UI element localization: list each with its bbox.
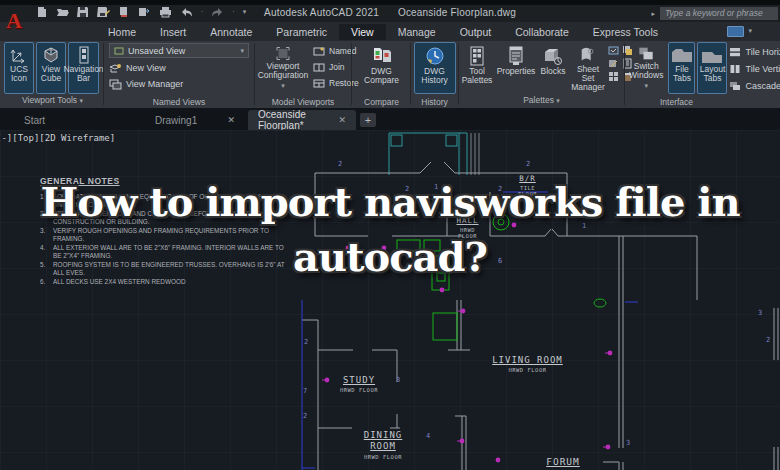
tab-manage[interactable]: Manage <box>386 24 448 40</box>
wall-number: 2 <box>526 160 530 168</box>
new-view-icon <box>109 63 122 74</box>
sheet-set-manager-label: Sheet Set Manager <box>571 65 605 92</box>
tab-collaborate[interactable]: Collaborate <box>503 24 581 40</box>
file-tabs-icon <box>671 46 693 64</box>
search-caret-icon[interactable]: ▸ <box>651 8 655 20</box>
dwg-compare-icon <box>371 46 393 66</box>
panel-label-named-views[interactable]: Named Views <box>106 97 252 107</box>
ribbon-display-options[interactable]: ▾ <box>727 25 752 37</box>
ribbon-state-icon <box>727 26 744 37</box>
wall-number: 3 <box>396 376 400 384</box>
ribbon-tab-bar: Home Insert Annotate Parametric View Man… <box>0 22 780 41</box>
view-manager-icon <box>109 79 122 90</box>
panel-model-viewports: Viewport Configuration ▾ Named Join Rest… <box>256 41 350 108</box>
file-tabs-button[interactable]: File Tabs <box>668 42 695 94</box>
file-tabs-label: File Tabs <box>671 65 692 83</box>
view-dropdown-caret-icon: ▾ <box>240 45 244 57</box>
tile-horizontally-icon <box>729 47 741 57</box>
new-view-label: New View <box>126 63 166 73</box>
new-tab-button[interactable]: + <box>360 113 376 127</box>
tool-palettes-button[interactable]: Tool Palettes <box>460 42 494 94</box>
app-title: Autodesk AutoCAD 2021 <box>264 7 379 18</box>
panel-label-viewport-tools[interactable]: Viewport Tools ▾ <box>4 95 101 107</box>
autocad-window: A · · ▾ Autodesk AutoCAD 2021 Oceanside … <box>0 0 780 470</box>
view-manager-button[interactable]: View Manager <box>109 77 249 91</box>
view-dropdown[interactable]: Unsaved View ▾ <box>109 43 249 58</box>
panel-label-history[interactable]: History <box>412 97 457 107</box>
panel-history: DWG History History <box>412 41 457 108</box>
new-view-button[interactable]: New View <box>109 61 249 75</box>
palette-small-icon[interactable] <box>608 71 619 82</box>
switch-windows-label: Switch Windows ▾ <box>629 62 663 92</box>
layout-tabs-icon <box>701 46 723 64</box>
cascade-icon <box>729 81 741 91</box>
panel-viewport-tools: UCS Icon View Cube Navigation Bar Viewpo… <box>4 41 101 108</box>
tile-horizontally-button[interactable]: Tile Horizontally <box>729 45 780 59</box>
ucs-icon-label: UCS Icon <box>7 65 31 83</box>
headline-line2: autocad? <box>0 229 780 284</box>
view-cube-button[interactable]: View Cube <box>36 42 66 94</box>
tab-parametric[interactable]: Parametric <box>264 24 339 40</box>
navigation-bar-icon <box>78 46 90 64</box>
dwg-history-button[interactable]: DWG History <box>414 42 456 94</box>
properties-icon <box>508 46 524 66</box>
wall-number: 2 <box>338 160 342 168</box>
dwg-compare-button[interactable]: DWG Compare <box>359 42 405 94</box>
panel-label-interface[interactable]: Interface <box>626 97 780 107</box>
palette-small-icon[interactable] <box>608 58 619 69</box>
tile-vertically-button[interactable]: Tile Vertically <box>729 62 780 76</box>
wall-number: 3 <box>626 439 630 447</box>
view-manager-label: View Manager <box>126 79 183 89</box>
cascade-button[interactable]: Cascade <box>729 79 780 93</box>
tool-palettes-icon <box>469 46 485 66</box>
headline-line1: How to import navisworks file in <box>0 174 780 229</box>
wall-number: 2 <box>304 338 308 346</box>
help-search: ▸ Type a keyword or phrase <box>651 7 778 20</box>
view-dropdown-value: Unsaved View <box>128 46 236 56</box>
view-cube-icon <box>42 46 60 64</box>
file-tab-drawing1[interactable]: Drawing1 ✕ <box>145 110 245 130</box>
panel-label-compare[interactable]: Compare <box>353 97 410 107</box>
ucs-axes-icon <box>10 46 28 64</box>
restore-viewport-icon <box>313 79 325 88</box>
dwg-history-icon <box>425 46 445 66</box>
tab-home[interactable]: Home <box>96 24 148 40</box>
navigation-bar-button[interactable]: Navigation Bar <box>68 42 99 94</box>
close-tab-icon[interactable]: ✕ <box>227 115 235 125</box>
switch-windows-button[interactable]: Switch Windows ▾ <box>626 42 666 94</box>
viewport-configuration-button[interactable]: Viewport Configuration ▾ <box>256 42 310 94</box>
drawing-canvas[interactable]: [-][Top][2D Wireframe] GENERAL NOTES 1.F… <box>0 130 780 470</box>
file-tab-oceanside-floorplan[interactable]: Oceanside Floorplan* ✕ <box>248 110 356 130</box>
blocks-label: Blocks <box>540 67 565 76</box>
chimney-lines <box>471 133 479 175</box>
properties-button[interactable]: Properties <box>495 42 537 94</box>
panel-caret-icon: ▾ <box>79 97 83 104</box>
file-tab-start[interactable]: Start <box>14 110 106 130</box>
wall-number: 2 <box>766 336 770 344</box>
view-cube-label: View Cube <box>39 65 63 83</box>
dwg-compare-label: DWG Compare <box>362 67 402 85</box>
layout-tabs-button[interactable]: Layout Tabs <box>697 42 727 94</box>
properties-label: Properties <box>497 67 536 76</box>
wall-number: 2 <box>303 412 307 420</box>
layout-tabs-label: Layout Tabs <box>700 65 726 83</box>
dwg-history-label: DWG History <box>417 67 453 85</box>
blocks-button[interactable]: Blocks <box>538 42 568 94</box>
panel-palettes: Tool Palettes Properties Blocks Sheet Se… <box>460 41 623 108</box>
close-tab-icon[interactable]: ✕ <box>338 115 346 125</box>
search-input[interactable]: Type a keyword or phrase <box>660 7 778 20</box>
autocad-logo-icon[interactable]: A <box>6 8 30 38</box>
palette-small-icon[interactable] <box>608 45 619 56</box>
ribbon-options-caret-icon: ▾ <box>748 25 752 37</box>
tab-express-tools[interactable]: Express Tools <box>581 24 670 40</box>
panel-label-model-viewports[interactable]: Model Viewports <box>256 97 350 107</box>
ucs-icon-button[interactable]: UCS Icon <box>4 42 34 94</box>
panel-label-palettes[interactable]: Palettes ▾ <box>460 95 623 107</box>
tab-view[interactable]: View <box>339 24 386 40</box>
sheet-set-manager-button[interactable]: Sheet Set Manager <box>569 42 607 94</box>
tool-palettes-label: Tool Palettes <box>462 67 493 85</box>
tab-annotate[interactable]: Annotate <box>198 24 264 40</box>
ribbon: UCS Icon View Cube Navigation Bar Viewpo… <box>0 41 780 108</box>
tab-output[interactable]: Output <box>448 24 504 40</box>
tab-insert[interactable]: Insert <box>148 24 198 40</box>
